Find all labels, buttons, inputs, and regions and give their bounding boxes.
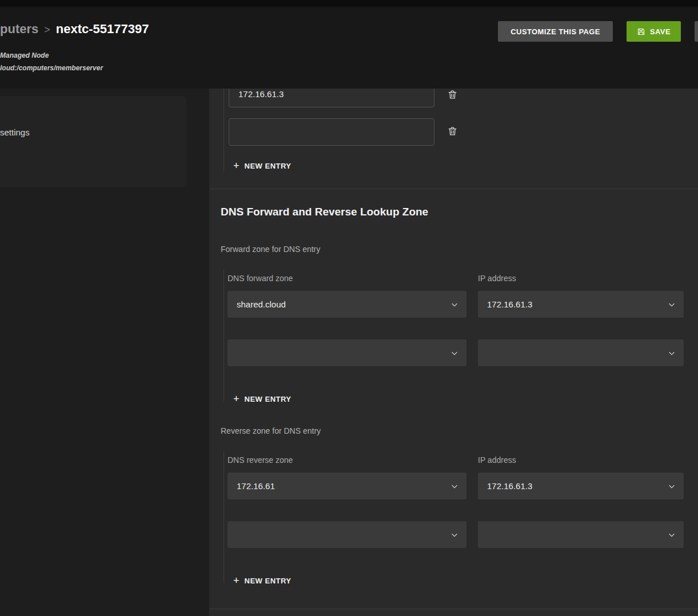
ip-address-input-empty[interactable]	[229, 118, 434, 146]
forward-zone-group-label: Forward zone for DNS entry	[221, 245, 320, 254]
group-indent-line	[224, 270, 224, 401]
object-type-label: Managed Node	[0, 51, 49, 59]
page-header: puters>nextc-55177397 Managed Node loud:…	[0, 0, 698, 89]
chevron-down-icon	[668, 349, 676, 357]
trash-icon	[447, 89, 458, 102]
chevron-down-icon	[668, 531, 676, 539]
customize-page-button[interactable]: CUSTOMIZE THIS PAGE	[498, 21, 613, 42]
sidebar-item-settings[interactable]: settings	[0, 127, 30, 137]
breadcrumb: puters>nextc-55177397	[0, 22, 149, 37]
new-entry-button[interactable]: + NEW ENTRY	[233, 394, 292, 404]
group-indent-line	[224, 451, 224, 583]
delete-entry-button[interactable]	[444, 124, 460, 140]
reverse-zone-group-label: Reverse zone for DNS entry	[221, 426, 321, 435]
top-bar	[0, 0, 698, 7]
delete-entry-button[interactable]	[444, 87, 460, 103]
chevron-down-icon	[450, 531, 458, 539]
breadcrumb-separator: >	[44, 24, 50, 35]
plus-icon: +	[233, 575, 240, 586]
select-value: 172.16.61	[237, 481, 275, 491]
breadcrumb-current: nextc-55177397	[56, 22, 149, 36]
form-content: + NEW ENTRY DNS Forward and Reverse Look…	[209, 0, 698, 616]
chevron-down-icon	[668, 482, 676, 490]
section-divider	[209, 609, 698, 609]
new-entry-label: NEW ENTRY	[245, 395, 292, 403]
chevron-down-icon	[450, 301, 458, 309]
trash-icon	[447, 126, 458, 138]
object-path-label: loud:/computers/memberserver	[0, 64, 103, 72]
save-button-label: SAVE	[650, 27, 671, 36]
new-entry-button[interactable]: + NEW ENTRY	[233, 161, 292, 171]
partial-button[interactable]	[695, 21, 698, 42]
forward-ip-select-empty[interactable]	[478, 339, 684, 366]
section-divider	[209, 189, 698, 189]
section-title: DNS Forward and Reverse Lookup Zone	[221, 206, 428, 218]
select-value: 172.16.61.3	[487, 299, 532, 309]
plus-icon: +	[233, 394, 240, 404]
reverse-ip-select[interactable]: 172.16.61.3	[478, 473, 684, 499]
dns-reverse-zone-select[interactable]: 172.16.61	[228, 473, 466, 499]
dns-forward-zone-select[interactable]: shared.cloud	[228, 291, 466, 318]
header-actions: CUSTOMIZE THIS PAGE SAVE	[498, 21, 698, 42]
plus-icon: +	[233, 161, 240, 171]
breadcrumb-parent[interactable]: puters	[0, 22, 38, 36]
settings-tabs-panel: settings	[0, 96, 186, 187]
select-value: shared.cloud	[237, 299, 286, 309]
reverse-ip-select-empty[interactable]	[478, 521, 684, 548]
forward-ip-select[interactable]: 172.16.61.3	[478, 291, 684, 318]
save-button[interactable]: SAVE	[627, 21, 681, 42]
new-entry-button[interactable]: + NEW ENTRY	[233, 575, 292, 586]
dns-forward-zone-select-empty[interactable]	[228, 339, 466, 366]
chevron-down-icon	[450, 349, 458, 357]
save-icon	[637, 27, 645, 36]
ip-address-label: IP address	[478, 455, 516, 465]
dns-reverse-zone-label: DNS reverse zone	[228, 455, 293, 465]
ip-address-label: IP address	[478, 274, 516, 283]
dns-reverse-zone-select-empty[interactable]	[228, 521, 466, 548]
chevron-down-icon	[668, 301, 676, 309]
new-entry-label: NEW ENTRY	[245, 162, 292, 170]
select-value: 172.16.61.3	[487, 481, 532, 491]
chevron-down-icon	[450, 482, 458, 490]
page: + NEW ENTRY DNS Forward and Reverse Look…	[0, 0, 698, 616]
dns-forward-zone-label: DNS forward zone	[228, 274, 293, 283]
new-entry-label: NEW ENTRY	[245, 577, 292, 585]
